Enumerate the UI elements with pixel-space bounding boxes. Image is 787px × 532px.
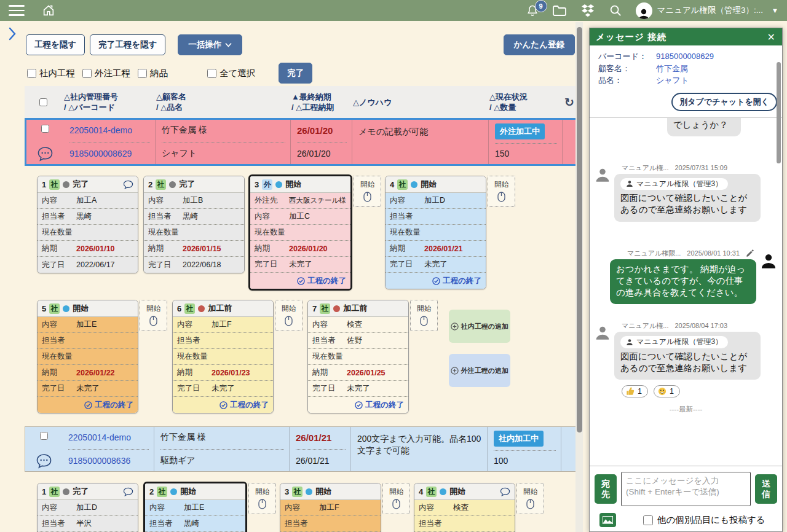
sender-name: マニュアル権... (622, 163, 668, 173)
process-card-1[interactable]: 1 社 完了 内容加工D 担当者半沢 現在数量 (37, 483, 138, 532)
end-process-link[interactable]: 工程の終了 (308, 397, 408, 413)
edit-pencil-icon[interactable] (746, 249, 754, 257)
end-process-link[interactable]: 工程の終了 (250, 273, 350, 289)
start-drag-handle[interactable]: 開始 (410, 300, 438, 331)
item-id-link[interactable]: 22050014-demo (69, 123, 150, 137)
search-icon[interactable] (609, 4, 622, 17)
open-chat-new-tab-button[interactable]: 別タブでチャットを開く (671, 93, 777, 111)
process-cards-row-1: 1 社 完了 内容加工A 担当者黒崎 現在数量 納期2026/01/10 完了日… (37, 176, 515, 291)
post-other-checkbox[interactable] (643, 515, 653, 525)
process-card-2-selected[interactable]: 2 社 開始 内容加工E 担当者黒崎 現在数量 (143, 482, 247, 532)
start-drag-handle[interactable]: 開始 (488, 176, 515, 207)
chevron-down-icon (225, 42, 232, 47)
post-to-other-items[interactable]: 他の個別品目にも投稿する (643, 514, 765, 526)
start-drag-handle[interactable]: 開始 (275, 300, 303, 331)
end-process-link[interactable]: 工程の終了 (38, 397, 138, 413)
knowhow-text: メモの記載が可能 (358, 123, 483, 138)
process-card-4[interactable]: 4 社 開始 内容加工D 担当者 現在数量 納期2026/01/21 完了日未完… (385, 176, 486, 289)
process-card-1[interactable]: 1 社 完了 内容加工A 担当者黒崎 現在数量 納期2026/01/10 完了日… (37, 176, 138, 273)
process-card-7[interactable]: 7 社 加工前 内容検査 担当者佐野 現在数量 納期2026/01/25 完了日… (307, 300, 409, 413)
header-select-checkbox[interactable] (39, 98, 47, 106)
process-card-5[interactable]: 5 社 開始 内容加工E 担当者 現在数量 納期2026/01/22 完了日未完… (37, 300, 138, 413)
start-drag-handle[interactable]: 開始 (516, 483, 544, 514)
select-all-checkbox[interactable] (207, 69, 216, 78)
send-button[interactable]: 送信 (755, 474, 777, 504)
scrollbar-thumb[interactable] (577, 27, 582, 432)
smile-reaction[interactable]: 1 (654, 385, 680, 397)
process-card-3[interactable]: 3 社 開始 内容加工F 担当者 現在数量 (280, 483, 381, 532)
item-id-link[interactable]: 22050014-demo (68, 431, 149, 444)
message-input[interactable] (621, 472, 751, 506)
main-scrollbar[interactable] (575, 22, 583, 532)
item-barcode-link[interactable]: 9185000008636 (68, 454, 149, 467)
hide-completed-button[interactable]: 完了工程を隠す (90, 34, 165, 55)
item-row-1[interactable]: 22050014-demo 9185000008629 竹下金属 様 シャフト … (25, 118, 578, 166)
col-customer-header[interactable]: △顧客名/ △品名 (154, 92, 289, 112)
status-dot (411, 181, 417, 188)
start-drag-handle[interactable]: 開始 (382, 483, 410, 514)
complete-button[interactable]: 完了 (279, 63, 312, 84)
filter-internal-process[interactable]: 社内工程 (27, 68, 75, 79)
bulk-action-button[interactable]: 一括操作 (178, 34, 242, 55)
internal-type-badge: 社 (49, 303, 60, 314)
smile-icon (658, 387, 666, 396)
message-panel-header[interactable]: メッセージ 接続 ✕ (590, 28, 782, 45)
mention-pill: マニュアル権限（管理3） (620, 336, 728, 348)
col-knowhow-header[interactable]: △ノウハウ (350, 97, 487, 108)
sender-avatar (595, 321, 611, 397)
thumbs-up-reaction[interactable]: 1 (622, 385, 648, 397)
filter-delivery[interactable]: 納品 (138, 68, 168, 79)
internal-type-badge: 社 (397, 179, 408, 190)
quantity-value: 100 (494, 454, 556, 467)
folder-icon[interactable] (552, 4, 567, 17)
row1-checkbox[interactable] (41, 125, 49, 133)
process-cards-row-3: 1 社 完了 内容加工D 担当者半沢 現在数量 2 社 開始 内容加工E 担当者… (37, 483, 544, 532)
select-all[interactable]: 全て選択 (207, 68, 255, 79)
end-process-link[interactable]: 工程の終了 (173, 397, 273, 413)
recipient-button[interactable]: 宛先 (595, 474, 617, 504)
plus-circle-icon (451, 367, 459, 375)
card-chat-icon[interactable] (123, 180, 133, 189)
hide-process-button[interactable]: 工程を隠す (26, 34, 85, 55)
hamburger-menu-icon[interactable] (9, 5, 25, 16)
end-process-link[interactable]: 工程の終了 (386, 273, 486, 289)
user-menu[interactable]: マニュアル権限（管理3）:... ▼ (636, 2, 778, 19)
notifications-bell-icon[interactable]: 9 (526, 4, 539, 17)
filter-external-process[interactable]: 外注工程 (82, 68, 130, 79)
process-card-6[interactable]: 6 社 加工前 内容加工F 担当者 現在数量 納期2026/01/23 完了日未… (172, 300, 274, 413)
card-chat-icon[interactable] (500, 487, 510, 496)
add-external-process-button[interactable]: 外注工程の追加 (449, 354, 510, 387)
item-barcode-link[interactable]: 9185000008629 (69, 147, 150, 160)
col-due-header[interactable]: ▲最終納期/ △工程納期 (289, 92, 350, 112)
customer-name: 竹下金属 様 (162, 123, 285, 137)
delivery-checkbox[interactable] (138, 69, 147, 78)
person-icon (626, 180, 633, 187)
collapse-panel-icon[interactable] (9, 27, 16, 41)
easy-register-button[interactable]: かんたん登録 (504, 34, 575, 55)
chat-bubble-icon[interactable] (37, 146, 53, 162)
dropbox-icon[interactable] (580, 4, 595, 17)
close-icon[interactable]: ✕ (767, 31, 776, 43)
home-icon[interactable] (42, 4, 55, 17)
start-drag-handle[interactable]: 開始 (248, 483, 276, 514)
row2-checkbox[interactable] (40, 432, 48, 440)
start-drag-handle[interactable]: 開始 (140, 300, 167, 331)
external-process-checkbox[interactable] (82, 69, 92, 78)
internal-type-badge: 社 (157, 487, 167, 497)
process-card-3-selected[interactable]: 3 外 開始 外注先西大阪スチール様 内容加工C 現在数量 納期2026/01/… (248, 174, 352, 291)
card-chat-icon[interactable] (123, 487, 133, 496)
message-time: 2025/08/01 10:31 (687, 249, 740, 257)
chat-bubble-icon[interactable] (36, 453, 52, 469)
add-internal-process-button[interactable]: 社内工程の追加 (449, 310, 510, 343)
col-status-header[interactable]: △現在状況/ △数量 (487, 92, 561, 112)
process-card-2[interactable]: 2 社 完了 内容加工B 担当者黒崎 現在数量 納期2026/01/15 完了日… (143, 176, 245, 273)
internal-process-checkbox[interactable] (27, 69, 36, 78)
col-id-header[interactable]: △社内管理番号/ △バーコード (61, 92, 154, 112)
mouse-icon (392, 499, 400, 509)
attach-image-button[interactable] (599, 513, 616, 527)
status-dot (333, 305, 340, 312)
start-drag-handle[interactable]: 開始 (354, 176, 381, 207)
chat-message: マニュアル権... 2025/08/04 17:03 マニュアル権限（管理3） … (595, 321, 777, 397)
process-card-4[interactable]: 4 社 開始 内容検査 担当者 現在数量 (414, 483, 515, 532)
item-row-2[interactable]: 22050014-demo 9185000008636 竹下金属 様 駆動ギア … (25, 426, 578, 472)
